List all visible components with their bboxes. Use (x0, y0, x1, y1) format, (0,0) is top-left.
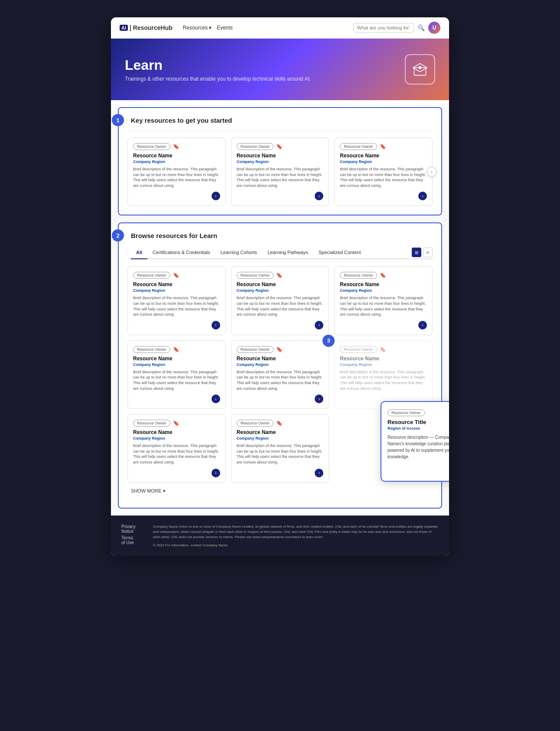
browse-card-1: Resource Owner🔖 Resource Name Company Re… (127, 266, 226, 335)
tab-specialized-content[interactable]: Specialized Content (313, 246, 366, 259)
browse-card-2: Resource Owner🔖 Resource Name Company Re… (231, 266, 329, 335)
tabs-bar: All Certifications & Credentials Learnin… (127, 246, 433, 259)
privacy-notice-link[interactable]: Privacy Notice (121, 524, 136, 534)
bookmark-icon[interactable]: 🔖 (276, 144, 283, 150)
card-header: Resource Owner 🔖 (340, 143, 427, 150)
list-view-button[interactable]: ≡ (423, 248, 433, 257)
card-title: Resource Name (133, 281, 220, 287)
browse-card-4: Resource Owner🔖 Resource Name Company Re… (127, 340, 226, 409)
tooltip-title: Resource Title (387, 419, 449, 425)
card-region: Company Region (133, 288, 220, 293)
nav-resources[interactable]: Resources ▾ (183, 25, 212, 31)
tab-certifications[interactable]: Certifications & Credentials (147, 246, 215, 259)
card-badge: Resource Owner (237, 143, 274, 150)
section2-title: Browse resources for Learn (127, 232, 433, 239)
footer-links: Privacy Notice Terms of Use (121, 524, 136, 547)
tooltip-region: Region of Access (387, 426, 449, 431)
tab-learning-pathways[interactable]: Learning Pathways (262, 246, 313, 259)
chevron-down-icon: ▾ (209, 25, 212, 31)
card-arrow-button[interactable]: › (315, 395, 323, 403)
svg-point-2 (419, 67, 421, 69)
view-toggle: ⊞ ≡ (412, 248, 433, 257)
section1-block: Key resources to get you started Resourc… (118, 107, 442, 215)
navbar: AI | ResourceHub Resources ▾ Events 🔍 U (111, 17, 449, 39)
card-arrow-button[interactable]: › (315, 321, 323, 330)
card-badge: Resource Owner (237, 346, 274, 353)
card-desc: Brief description of the resource. This … (133, 295, 220, 317)
bookmark-icon[interactable]: 🔖 (380, 272, 386, 278)
card-desc: Brief description of the resource. This … (133, 443, 220, 465)
show-more-button[interactable]: SHOW MORE ▾ (127, 483, 433, 499)
key-card-1: Resource Owner 🔖 Resource Name Company R… (127, 137, 226, 206)
tab-learning-cohorts[interactable]: Learning Cohorts (215, 246, 262, 259)
card-header: Resource Owner 🔖 (237, 143, 324, 150)
search-icon[interactable]: 🔍 (417, 24, 425, 31)
tooltip-desc: Resource description — Company Names's k… (387, 434, 449, 460)
bookmark-icon[interactable]: 🔖 (380, 346, 386, 352)
card-arrow-button[interactable]: › (212, 469, 220, 477)
card-title: Resource Name (133, 153, 220, 159)
bookmark-icon[interactable]: 🔖 (173, 420, 179, 426)
card-arrow-button[interactable]: › (418, 321, 427, 330)
hero-title: Learn (125, 57, 311, 73)
step-1-badge: 1 (112, 114, 124, 126)
key-resources-grid: Resource Owner 🔖 Resource Name Company R… (127, 137, 433, 206)
resource-tooltip-card: Resource Owner 🔖 Resource Title Region o… (381, 401, 449, 482)
search-input[interactable] (353, 23, 414, 33)
card-badge: Resource Owner (133, 272, 170, 279)
graduation-icon (411, 61, 429, 78)
bookmark-icon[interactable]: 🔖 (276, 272, 283, 278)
browse-card-6: Resource Owner🔖 Resource Name Company Re… (334, 340, 433, 409)
bookmark-icon[interactable]: 🔖 (173, 346, 179, 352)
carousel-next-icon[interactable]: › (427, 167, 436, 176)
card-arrow-button[interactable]: › (212, 395, 220, 403)
footer-copyright: © 2022 For information, contact Company … (153, 543, 439, 547)
terms-of-use-link[interactable]: Terms of Use (121, 535, 136, 545)
grid-view-button[interactable]: ⊞ (412, 248, 421, 257)
card-region: Company Region (340, 160, 427, 164)
bookmark-icon[interactable]: 🔖 (173, 272, 179, 278)
main-content: 1 Key resources to get you started Resou… (111, 107, 449, 509)
bookmark-icon[interactable]: 🔖 (173, 144, 179, 150)
card-arrow-button[interactable]: › (418, 192, 427, 200)
card-arrow-button[interactable]: › (315, 469, 323, 477)
browse-card-5: Resource Owner🔖 Resource Name Company Re… (231, 340, 329, 409)
card-title: Resource Name (237, 429, 324, 435)
brand-text: | ResourceHub (130, 24, 173, 31)
card-badge: Resource Owner (133, 143, 170, 150)
hero-text: Learn Trainings & other resources that e… (125, 57, 311, 82)
card-arrow-button[interactable]: › (212, 192, 220, 200)
card-title: Resource Name (237, 356, 324, 362)
avatar[interactable]: U (428, 22, 440, 34)
card-desc: Brief description of the resource. This … (237, 166, 324, 188)
bookmark-icon[interactable]: 🔖 (380, 144, 386, 150)
card-title: Resource Name (340, 356, 427, 362)
browse-card-7: Resource Owner🔖 Resource Name Company Re… (127, 414, 226, 483)
card-desc: Brief description of the resource. This … (340, 295, 427, 317)
nav-events[interactable]: Events (217, 25, 233, 31)
card-region: Company Region (237, 362, 324, 367)
card-arrow: › (237, 192, 324, 200)
hero-subtitle: Trainings & other resources that enable … (125, 76, 311, 82)
footer: Privacy Notice Terms of Use Company Name… (111, 516, 449, 556)
card-title: Resource Name (340, 281, 427, 287)
card-desc: Brief description of the resource. This … (133, 166, 220, 188)
card-header: Resource Owner 🔖 (133, 143, 220, 150)
logo: AI | ResourceHub (120, 24, 173, 31)
card-arrow: › (340, 192, 427, 200)
card-desc: Brief description of the resource. This … (340, 369, 427, 391)
browse-card-8: Resource Owner🔖 Resource Name Company Re… (231, 414, 329, 483)
bookmark-icon[interactable]: 🔖 (276, 346, 283, 352)
card-region: Company Region (133, 362, 220, 367)
nav-links: Resources ▾ Events (183, 25, 233, 31)
card-arrow: › (133, 192, 220, 200)
bookmark-icon[interactable]: 🔖 (276, 420, 283, 426)
card-arrow-button[interactable]: › (212, 321, 220, 330)
card-title: Resource Name (340, 153, 427, 159)
card-title: Resource Name (133, 429, 220, 435)
card-title: Resource Name (237, 281, 324, 287)
tab-all[interactable]: All (131, 246, 147, 259)
card-arrow-button[interactable]: › (315, 192, 323, 200)
card-badge: Resource Owner (133, 346, 170, 353)
card-desc: Brief description of the resource. This … (340, 166, 427, 188)
